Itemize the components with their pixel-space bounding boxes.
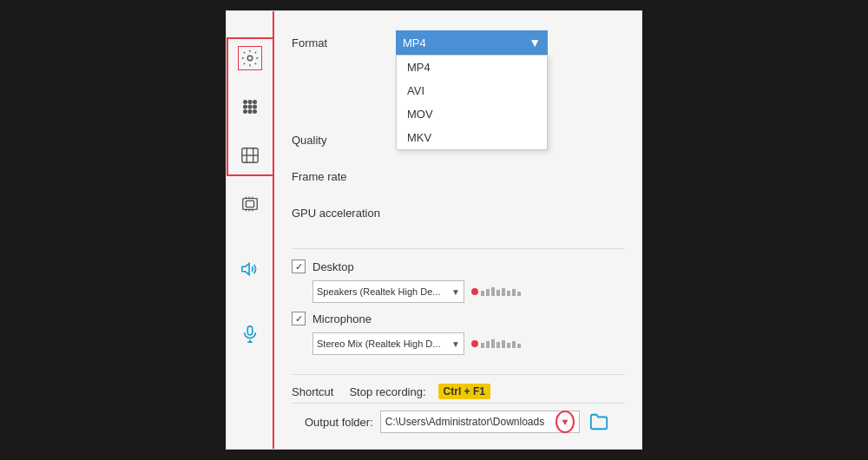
vol-bar-8 — [517, 292, 521, 296]
sidebar-framerate-icon[interactable] — [238, 143, 262, 168]
format-dropdown[interactable]: MP4 ▼ — [396, 30, 548, 55]
sidebar-quality-icon[interactable] — [238, 95, 262, 119]
dropdown-mov[interactable]: MOV — [397, 102, 547, 126]
microphone-device-row: Stereo Mix (Realtek High D... ▼ — [312, 332, 624, 355]
microphone-volume-indicator — [471, 339, 521, 348]
dropdown-mkv[interactable]: MKV — [397, 126, 547, 149]
vol-bar-3 — [491, 287, 495, 296]
output-folder-open-button[interactable] — [587, 411, 611, 433]
vol-bar-4 — [496, 290, 500, 296]
svg-rect-23 — [247, 326, 253, 335]
svg-rect-21 — [246, 200, 253, 207]
dropdown-mp4[interactable]: MP4 — [397, 56, 547, 79]
vol-bar-5 — [502, 288, 505, 296]
output-folder-dropdown-button[interactable]: ▼ — [556, 411, 575, 433]
shortcut-label: Shortcut — [292, 385, 333, 398]
svg-point-0 — [247, 56, 253, 61]
vol-bar-1 — [481, 291, 484, 296]
output-folder-path-text: C:\Users\Administrator\Downloads — [385, 416, 556, 428]
mic-bar-8 — [517, 344, 521, 348]
mic-bar-3 — [491, 339, 495, 348]
format-row: Format MP4 ▼ MP4 AVI MOV MKV — [292, 29, 624, 56]
svg-point-6 — [253, 105, 256, 108]
settings-panel: Format MP4 ▼ MP4 AVI MOV MKV — [226, 10, 642, 450]
svg-point-1 — [243, 101, 247, 104]
output-folder-label: Output folder: — [305, 416, 373, 429]
sidebar — [227, 11, 274, 449]
sidebar-audio-section — [240, 260, 260, 346]
desktop-label: Desktop — [312, 260, 354, 273]
mic-vol-bars — [481, 339, 521, 348]
microphone-row: ✓ Microphone — [292, 312, 624, 325]
audio-section: ✓ Desktop Speakers (Realtek High De... ▼ — [292, 249, 624, 375]
format-dropdown-container: MP4 ▼ MP4 AVI MOV MKV — [396, 30, 548, 55]
mic-vol-dot — [471, 340, 478, 347]
svg-point-5 — [248, 105, 252, 108]
shortcut-section: Shortcut Stop recording: Ctrl + F1 — [292, 375, 624, 399]
mic-bar-4 — [496, 342, 500, 348]
sidebar-settings-icon[interactable] — [238, 46, 262, 70]
framerate-label: Frame rate — [292, 170, 396, 183]
desktop-device-select[interactable]: Speakers (Realtek High De... ▼ — [312, 280, 464, 303]
mic-bar-7 — [512, 341, 516, 348]
sidebar-speaker-icon[interactable] — [240, 260, 260, 281]
dropdown-avi[interactable]: AVI — [397, 79, 547, 102]
microphone-device-arrow-icon: ▼ — [451, 339, 460, 349]
desktop-row: ✓ Desktop — [292, 260, 624, 273]
format-value: MP4 — [403, 36, 426, 49]
shortcut-key-badge: Ctrl + F1 — [438, 384, 490, 399]
desktop-device-text: Speakers (Realtek High De... — [317, 286, 440, 297]
desktop-vol-bars — [481, 287, 521, 296]
svg-point-3 — [253, 101, 256, 104]
sidebar-mic-icon[interactable] — [240, 325, 260, 346]
svg-point-7 — [243, 110, 247, 114]
microphone-device-select[interactable]: Stereo Mix (Realtek High D... ▼ — [312, 332, 464, 355]
vol-bar-7 — [512, 289, 516, 296]
format-dropdown-menu: MP4 AVI MOV MKV — [396, 55, 548, 150]
microphone-device-text: Stereo Mix (Realtek High D... — [317, 338, 440, 349]
footer: Output folder: C:\Users\Administrator\Do… — [292, 403, 624, 440]
svg-point-9 — [253, 110, 256, 114]
desktop-device-arrow-icon: ▼ — [451, 287, 460, 297]
svg-marker-22 — [241, 264, 248, 275]
quality-label: Quality — [292, 134, 396, 147]
svg-point-2 — [248, 101, 252, 104]
vol-bar-6 — [507, 291, 510, 296]
dropdown-arrow-icon: ▼ — [529, 36, 541, 49]
mic-bar-2 — [486, 341, 490, 348]
gpu-row: GPU acceleration — [292, 199, 624, 227]
microphone-checkbox[interactable]: ✓ — [292, 312, 306, 325]
sidebar-top-section — [238, 46, 262, 216]
mic-bar-1 — [481, 343, 484, 348]
output-folder-path: C:\Users\Administrator\Downloads ▼ — [380, 411, 580, 433]
desktop-volume-indicator — [471, 287, 521, 296]
mic-bar-6 — [507, 343, 510, 348]
vol-bar-2 — [486, 289, 490, 296]
desktop-checkbox[interactable]: ✓ — [292, 260, 306, 273]
desktop-device-row: Speakers (Realtek High De... ▼ — [312, 280, 624, 303]
main-content: Format MP4 ▼ MP4 AVI MOV MKV — [274, 11, 641, 449]
format-label: Format — [292, 36, 396, 49]
svg-point-4 — [243, 105, 247, 108]
shortcut-stop-label: Stop recording: — [349, 385, 425, 398]
microphone-label: Microphone — [312, 312, 372, 325]
framerate-row: Frame rate — [292, 162, 624, 190]
svg-rect-14 — [242, 199, 257, 210]
sidebar-gpu-icon[interactable] — [238, 192, 262, 216]
gpu-label: GPU acceleration — [292, 207, 396, 220]
settings-section: Format MP4 ▼ MP4 AVI MOV MKV — [292, 29, 624, 249]
svg-point-8 — [248, 110, 252, 114]
mic-bar-5 — [502, 340, 505, 348]
desktop-vol-dot — [471, 288, 478, 295]
